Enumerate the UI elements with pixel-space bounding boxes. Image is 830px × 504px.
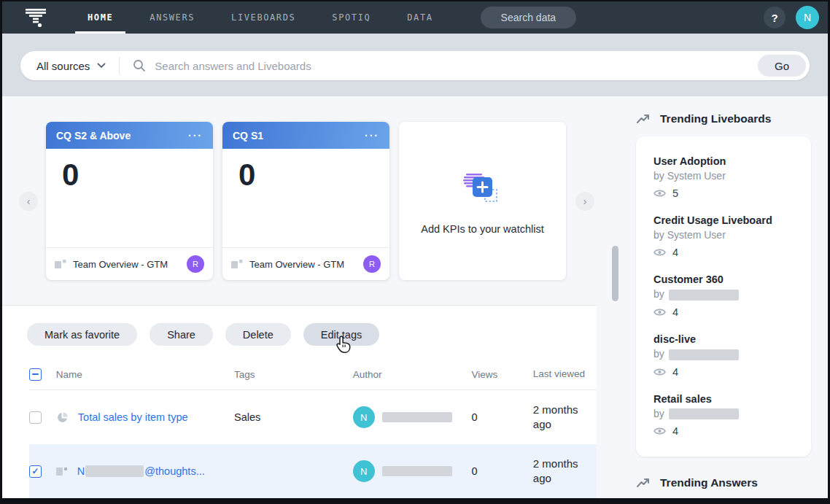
author-name-redacted xyxy=(669,349,739,360)
tab-data[interactable]: DATA xyxy=(389,1,451,34)
share-button[interactable]: Share xyxy=(150,323,213,346)
kpi-card-cq-s2[interactable]: CQ S2 & Above ··· 0 Team Overview - GTM … xyxy=(46,122,213,280)
trending-item-name[interactable]: disc-live xyxy=(653,333,794,345)
liveboard-icon xyxy=(56,466,68,477)
header-name[interactable]: Name xyxy=(56,369,234,380)
trending-item-views: 4 xyxy=(672,247,678,258)
search-input[interactable] xyxy=(155,60,758,72)
trending-liveboards-card: User Adoption by System User 5 Credit Us… xyxy=(636,136,811,457)
kpi-card-header: CQ S2 & Above ··· xyxy=(46,122,213,149)
owner-avatar[interactable]: R xyxy=(187,255,204,273)
author-name-redacted xyxy=(382,466,452,476)
trending-item-name[interactable]: Credit Usage Liveboard xyxy=(653,214,794,226)
kpi-menu-button[interactable]: ··· xyxy=(188,130,203,141)
select-all-checkbox[interactable] xyxy=(29,368,42,381)
mark-favorite-button[interactable]: Mark as favorite xyxy=(27,323,137,346)
kpi-card-cq-s1[interactable]: CQ S1 ··· 0 Team Overview - GTM R xyxy=(222,122,389,280)
trending-item-author: by System User xyxy=(653,170,794,182)
header-tags[interactable]: Tags xyxy=(234,369,353,380)
section-title: Trending Answers xyxy=(660,476,758,489)
trending-liveboards-header: Trending Liveboards xyxy=(636,112,811,125)
go-button[interactable]: Go xyxy=(758,55,806,77)
header-views[interactable]: Views xyxy=(472,369,533,380)
author-name-redacted xyxy=(382,412,452,422)
author-avatar: N xyxy=(353,406,375,428)
kpi-footer[interactable]: Team Overview - GTM R xyxy=(222,247,389,280)
eye-icon xyxy=(653,308,666,317)
edit-tags-button[interactable]: Edit tags xyxy=(303,323,379,346)
scrollbar-thumb[interactable] xyxy=(612,246,618,301)
delete-button[interactable]: Delete xyxy=(225,323,291,346)
bulk-actions: Mark as favorite Share Delete Edit tags xyxy=(2,306,597,346)
eye-icon xyxy=(653,248,666,257)
trending-item[interactable]: User Adoption by System User 5 xyxy=(653,155,794,199)
kpi-title: CQ S2 & Above xyxy=(56,130,131,141)
kpi-card-header: CQ S1 ··· xyxy=(222,122,389,149)
carousel-prev-button[interactable]: ‹ xyxy=(19,192,38,211)
search-icon xyxy=(133,59,146,72)
home-page: HOME ANSWERS LIVEBOARDS SPOTIQ DATA Sear… xyxy=(2,1,828,498)
kpi-menu-button[interactable]: ··· xyxy=(365,130,379,141)
eye-icon xyxy=(653,368,666,376)
kpi-source-label: Team Overview - GTM xyxy=(249,259,357,270)
kpi-title: CQ S1 xyxy=(233,130,263,141)
trend-icon xyxy=(636,476,651,489)
scrollbar-track[interactable] xyxy=(597,96,621,498)
trending-item-author: by xyxy=(653,348,794,360)
eye-icon xyxy=(653,189,666,198)
name-redacted xyxy=(85,465,144,477)
row-views: 0 xyxy=(472,411,533,423)
add-kpi-icon xyxy=(460,168,505,210)
row-checkbox[interactable]: ✓ xyxy=(29,465,42,478)
author-name-redacted xyxy=(669,408,739,419)
search-data-button[interactable]: Search data xyxy=(481,7,577,28)
answer-name-link[interactable]: Total sales by item type xyxy=(78,411,188,423)
search-bar: All sources Go xyxy=(20,51,810,80)
trending-item[interactable]: disc-live by 4 xyxy=(653,333,794,378)
user-avatar[interactable]: N xyxy=(796,6,819,29)
source-selector[interactable]: All sources xyxy=(20,60,119,72)
trending-item[interactable]: Customer 360 by 4 xyxy=(653,274,794,318)
owner-avatar[interactable]: R xyxy=(363,255,381,273)
trending-item[interactable]: Retail sales by 4 xyxy=(653,393,794,438)
help-button[interactable]: ? xyxy=(764,7,786,28)
trending-item-author: by xyxy=(653,288,794,301)
row-last-viewed: 2 months ago xyxy=(533,403,597,433)
table-row[interactable]: Total sales by item type Sales N 0 2 mon… xyxy=(29,390,597,444)
carousel-next-button[interactable]: › xyxy=(575,192,594,211)
header-last-viewed[interactable]: Last viewed xyxy=(533,368,597,381)
main-panel: CQ S2 & Above ··· 0 Team Overview - GTM … xyxy=(2,96,597,498)
liveboard-name-link[interactable]: N@thoughts... xyxy=(77,465,205,477)
tab-home[interactable]: HOME xyxy=(69,1,131,34)
answers-section: Mark as favorite Share Delete Edit tags … xyxy=(2,305,597,498)
add-kpi-card[interactable]: Add KPIs to your watchlist xyxy=(399,122,566,280)
kpi-watchlist: CQ S2 & Above ··· 0 Team Overview - GTM … xyxy=(2,96,597,280)
trending-item[interactable]: Credit Usage Liveboard by System User 4 xyxy=(653,214,794,258)
header-author[interactable]: Author xyxy=(353,369,472,380)
trend-icon xyxy=(636,112,651,125)
name-prefix: N xyxy=(77,465,85,477)
source-selector-label: All sources xyxy=(36,60,90,72)
row-last-viewed: 2 months ago xyxy=(533,457,597,486)
tab-liveboards[interactable]: LIVEBOARDS xyxy=(213,1,314,34)
tab-answers[interactable]: ANSWERS xyxy=(131,1,213,34)
kpi-footer[interactable]: Team Overview - GTM R xyxy=(46,247,213,280)
kpi-source-label: Team Overview - GTM xyxy=(73,259,180,270)
tab-spotiq[interactable]: SPOTIQ xyxy=(314,1,389,34)
kpi-value: 0 xyxy=(222,149,389,247)
section-title: Trending Liveboards xyxy=(660,112,771,125)
trending-sidebar: Trending Liveboards User Adoption by Sys… xyxy=(621,96,828,498)
thoughtspot-logo[interactable] xyxy=(2,1,69,34)
row-checkbox[interactable] xyxy=(29,411,42,424)
trending-item-name[interactable]: Customer 360 xyxy=(653,274,794,285)
trending-item-author: by System User xyxy=(653,229,794,241)
objects-table: Name Tags Author Views Last viewed xyxy=(29,365,597,498)
author-avatar: N xyxy=(353,460,375,482)
table-row[interactable]: ✓ N@thoughts... xyxy=(29,444,597,498)
by-label: by xyxy=(653,348,664,360)
trending-item-name[interactable]: Retail sales xyxy=(653,393,794,405)
thoughtspot-logo-icon xyxy=(25,7,47,28)
trending-item-name[interactable]: User Adoption xyxy=(653,155,794,167)
pie-chart-icon xyxy=(56,411,69,424)
trending-item-views: 4 xyxy=(672,425,678,437)
